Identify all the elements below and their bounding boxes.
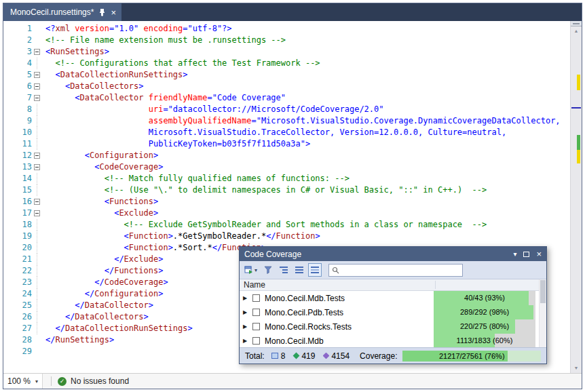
scroll-down-icon[interactable]: ▼: [571, 364, 582, 373]
chevron-down-icon: ▾: [254, 267, 257, 273]
fold-collapse-button[interactable]: [32, 46, 43, 58]
panel-status-bar: Total: 8 419 4154 Coverage: 21217/27561 …: [240, 347, 546, 364]
code-line[interactable]: 14 <!-- Match fully qualified names of f…: [3, 173, 570, 184]
coverage-row[interactable]: ▶Mono.Cecil.Rocks.Tests220/275 (80%): [240, 319, 539, 334]
fold-collapse-button[interactable]: [32, 69, 43, 81]
fold-margin: [32, 58, 43, 69]
code-text: <Exclude>: [43, 208, 158, 219]
code-line[interactable]: 13 <CodeCoverage>: [3, 161, 570, 173]
code-text: <Configuration>: [43, 150, 158, 161]
code-line[interactable]: 7 <DataCollector friendlyName="Code Cove…: [3, 92, 570, 104]
fold-minus-icon[interactable]: [34, 164, 40, 170]
status-bar: 100 % ▾ ✓ No issues found: [3, 373, 582, 389]
editor-scrollbar[interactable]: ▲ ▼: [570, 21, 582, 373]
fold-minus-icon[interactable]: [34, 199, 40, 205]
chevron-down-icon: ▾: [35, 378, 38, 385]
panel-title-bar[interactable]: Code Coverage ▾ ×: [240, 247, 546, 261]
close-icon[interactable]: ×: [536, 250, 542, 258]
code-line[interactable]: 9 assemblyQualifiedName="Microsoft.Visua…: [3, 115, 570, 127]
fold-minus-icon[interactable]: [34, 49, 40, 55]
total-label: Total:: [245, 351, 265, 361]
coverage-row[interactable]: ▶Mono.Cecil.Mdb.Tests40/43 (93%): [240, 291, 539, 305]
blocks-count: 4154: [331, 351, 350, 361]
code-text: <CodeCoverage>: [43, 161, 163, 173]
fold-collapse-button[interactable]: [32, 92, 43, 104]
window-position-icon[interactable]: ▾: [513, 250, 516, 258]
code-line[interactable]: 5 <DataCollectionRunSettings>: [3, 69, 570, 81]
split-grip[interactable]: [571, 21, 582, 26]
panel-scrollbar[interactable]: [539, 279, 546, 347]
row-checkbox[interactable]: [252, 323, 260, 330]
coverage-cell: 40/43 (93%): [434, 291, 535, 305]
filter-results-button[interactable]: [261, 263, 275, 277]
pin-icon[interactable]: [99, 8, 105, 16]
code-text: <Function>.*GetSymbolReader.*</Function>: [43, 231, 320, 242]
row-checkbox[interactable]: [252, 337, 260, 345]
expand-all-button[interactable]: [277, 263, 290, 277]
line-number: 9: [3, 115, 32, 127]
coverage-row[interactable]: ▶Mono.Cecil.Pdb.Tests289/292 (98%): [240, 305, 539, 319]
no-issues-icon: ✓: [58, 377, 67, 386]
code-line[interactable]: 16 <Functions>: [3, 196, 570, 208]
fold-minus-icon[interactable]: [34, 72, 40, 78]
code-line[interactable]: 18 <!-- Exclude GetSymbolReader and Sort…: [3, 219, 570, 231]
table-header[interactable]: Name: [240, 279, 539, 291]
code-line[interactable]: 8 uri="datacollector://Microsoft/CodeCov…: [3, 104, 570, 115]
expander-icon[interactable]: ▶: [243, 338, 252, 344]
expander-icon[interactable]: ▶: [243, 295, 252, 301]
fold-collapse-button[interactable]: [32, 196, 43, 208]
expander-icon[interactable]: ▶: [243, 324, 252, 330]
code-line[interactable]: 12 <Configuration>: [3, 150, 570, 161]
collapse-all-button[interactable]: [292, 263, 306, 277]
coverage-search-input[interactable]: [343, 265, 459, 275]
code-line[interactable]: 6 <DataCollectors>: [3, 81, 570, 92]
fold-margin: [32, 323, 43, 334]
fold-collapse-button[interactable]: [32, 150, 43, 161]
export-results-button[interactable]: ▾: [242, 263, 259, 277]
row-checkbox[interactable]: [252, 294, 260, 302]
row-checkbox[interactable]: [252, 309, 260, 316]
coverage-row[interactable]: ▶Mono.Cecil.Mdb1113/1833 (60%): [240, 334, 539, 348]
fold-margin: [32, 254, 43, 265]
fold-collapse-button[interactable]: [32, 81, 43, 92]
expander-icon[interactable]: ▶: [243, 309, 252, 315]
column-header-name: Name: [244, 280, 265, 290]
code-text: <!-- Match fully qualified names of func…: [43, 173, 350, 184]
fold-margin: [32, 184, 43, 196]
panel-title: Code Coverage: [244, 250, 513, 259]
fold-margin: [32, 265, 43, 277]
code-line[interactable]: 15 <!-- (Use "\." to delimit namespaces …: [3, 184, 570, 196]
code-line[interactable]: 3<RunSettings>: [3, 46, 570, 58]
code-line[interactable]: 17 <Exclude>: [3, 208, 570, 219]
show-coloring-button[interactable]: [308, 263, 322, 277]
code-line[interactable]: 1<?xml version="1.0" encoding="utf-8"?>: [3, 23, 570, 35]
close-icon[interactable]: ×: [111, 8, 116, 17]
fold-margin: [32, 288, 43, 300]
scroll-track[interactable]: [571, 36, 582, 364]
scroll-up-icon[interactable]: ▲: [571, 26, 582, 36]
fold-collapse-button[interactable]: [32, 161, 43, 173]
code-line[interactable]: 2<!-- File name extension must be .runse…: [3, 35, 570, 46]
fold-minus-icon[interactable]: [34, 95, 40, 101]
code-line[interactable]: 10 Microsoft.VisualStudio.TraceCollector…: [3, 127, 570, 138]
maximize-icon[interactable]: [523, 252, 529, 257]
fold-minus-icon[interactable]: [34, 83, 40, 90]
line-number: 29: [3, 346, 32, 357]
code-text: </DataCollector>: [43, 300, 153, 311]
show-coloring-icon: [311, 267, 319, 273]
fold-collapse-button[interactable]: [32, 208, 43, 219]
document-tab[interactable]: MonoCecil.runsettings* ×: [3, 3, 121, 21]
code-text: <!-- Exclude GetSymbolReader and Sort me…: [43, 219, 487, 231]
fold-minus-icon[interactable]: [34, 210, 40, 216]
coverage-value: 40/43 (93%): [434, 291, 535, 305]
scrollbar-thumb[interactable]: [540, 280, 546, 303]
fold-minus-icon[interactable]: [34, 153, 40, 159]
zoom-select[interactable]: 100 % ▾: [3, 374, 43, 389]
fold-margin: [32, 35, 43, 46]
xml-editor: 1<?xml version="1.0" encoding="utf-8"?>2…: [3, 21, 582, 373]
line-number: 24: [3, 288, 32, 300]
code-line[interactable]: 4 <!-- Configurations that affect the Te…: [3, 58, 570, 69]
code-line[interactable]: 19 <Function>.*GetSymbolReader.*</Functi…: [3, 231, 570, 242]
code-line[interactable]: 11 PublicKeyToken=b03f5f7f11d50a3a">: [3, 138, 570, 150]
code-text: uri="datacollector://Microsoft/CodeCover…: [43, 104, 384, 115]
